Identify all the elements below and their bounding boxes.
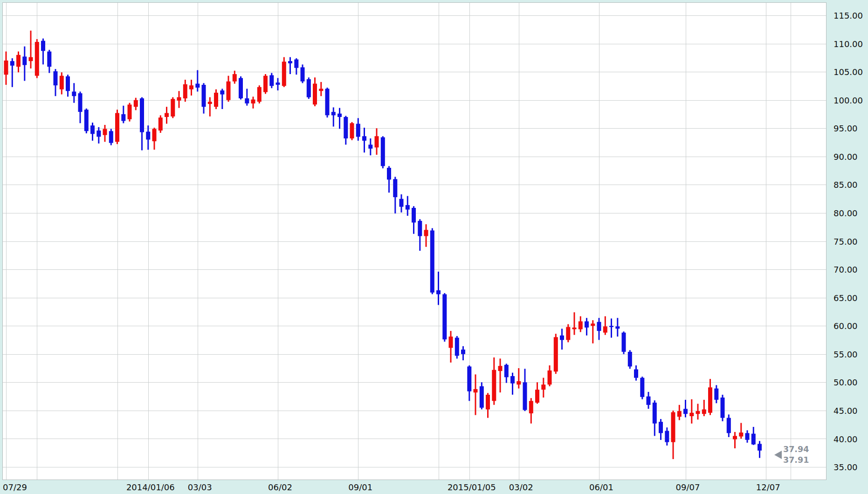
x-axis-label: 07/29 (3, 482, 27, 492)
y-axis-label: 80.00 (834, 208, 858, 218)
candle (325, 88, 330, 117)
candle (721, 395, 725, 421)
y-axis-label: 45.00 (834, 405, 858, 415)
candle (307, 77, 311, 99)
y-axis-label: 60.00 (834, 321, 858, 331)
y-axis-label: 40.00 (834, 434, 858, 444)
last-price-lower: 37.91 (783, 455, 809, 466)
y-axis-label: 55.00 (834, 349, 858, 359)
candle (622, 331, 626, 354)
candlestick-chart (0, 0, 868, 494)
candle (381, 136, 385, 168)
plot-area (2, 2, 827, 480)
x-axis-label: 06/01 (589, 482, 613, 492)
candle (640, 377, 644, 399)
x-axis-label: 2015/01/05 (448, 482, 496, 492)
x-axis-label: 09/01 (348, 482, 372, 492)
candle (115, 110, 119, 144)
y-axis-label: 115.00 (834, 11, 863, 21)
y-axis-label: 95.00 (834, 124, 858, 133)
x-axis-label: 09/07 (676, 482, 700, 492)
y-axis-label: 75.00 (834, 236, 858, 246)
y-axis-label: 100.00 (834, 95, 863, 105)
candle (442, 293, 447, 342)
candle (158, 115, 163, 133)
x-axis-label: 03/03 (188, 482, 212, 492)
left-arrow-icon (774, 451, 782, 459)
y-axis-label: 110.00 (834, 39, 863, 48)
y-axis-label: 90.00 (834, 151, 858, 161)
x-axis-label: 2014/01/06 (126, 482, 175, 492)
x-axis-label: 12/07 (756, 482, 780, 492)
candle (35, 39, 39, 78)
candle (350, 122, 354, 140)
candle (301, 64, 305, 83)
stock-chart-window: 35.0040.0045.0050.0055.0060.0065.0070.00… (0, 0, 868, 494)
y-axis-label: 50.00 (834, 377, 858, 387)
candle (128, 103, 132, 122)
y-axis-label: 35.00 (834, 462, 858, 472)
candle (171, 97, 175, 118)
candle (480, 382, 484, 409)
candle (269, 73, 274, 89)
candle (628, 350, 632, 369)
candle (263, 74, 268, 94)
y-axis-label: 70.00 (834, 265, 858, 274)
candle (430, 228, 434, 295)
candle (109, 129, 113, 145)
y-axis-label: 65.00 (834, 293, 858, 302)
candle (554, 334, 558, 374)
candle (239, 76, 243, 100)
y-axis-label: 105.00 (834, 67, 863, 77)
candle (84, 109, 89, 133)
last-price-upper: 37.94 (783, 444, 809, 455)
candle (257, 85, 262, 103)
x-axis-label: 03/02 (509, 482, 533, 492)
x-axis-label: 06/02 (268, 482, 292, 492)
last-price-flag: 37.94 37.91 (774, 444, 809, 466)
candle (455, 336, 459, 359)
y-axis-label: 85.00 (834, 180, 858, 190)
